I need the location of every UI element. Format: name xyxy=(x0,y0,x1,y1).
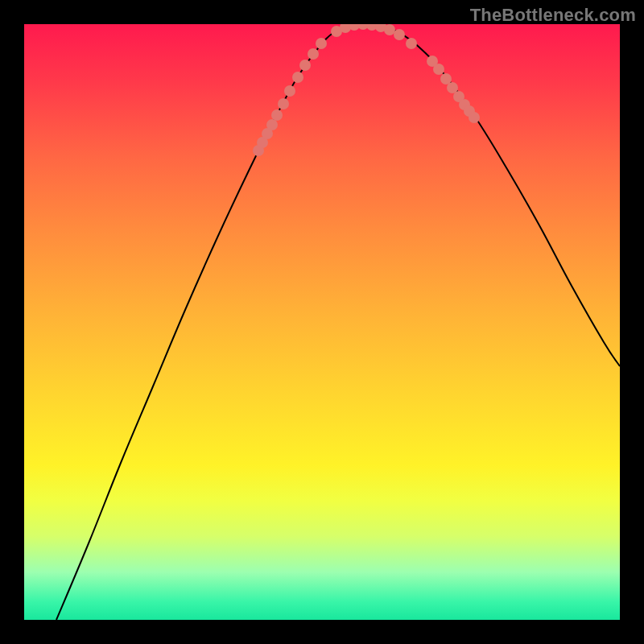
bead xyxy=(271,109,283,121)
bead xyxy=(433,64,444,75)
bead xyxy=(278,98,289,109)
bead xyxy=(308,48,319,60)
bead xyxy=(299,60,311,71)
bead xyxy=(284,85,295,97)
chart-svg xyxy=(24,24,620,620)
bead xyxy=(292,72,303,83)
bottleneck-curve xyxy=(56,24,620,620)
bead xyxy=(316,38,327,49)
bead xyxy=(406,38,417,49)
watermark-text: TheBottleneck.com xyxy=(470,5,636,26)
bead xyxy=(266,119,278,130)
bead xyxy=(384,24,395,35)
bead xyxy=(469,112,480,123)
bead xyxy=(394,29,405,40)
highlight-beads xyxy=(253,24,480,156)
